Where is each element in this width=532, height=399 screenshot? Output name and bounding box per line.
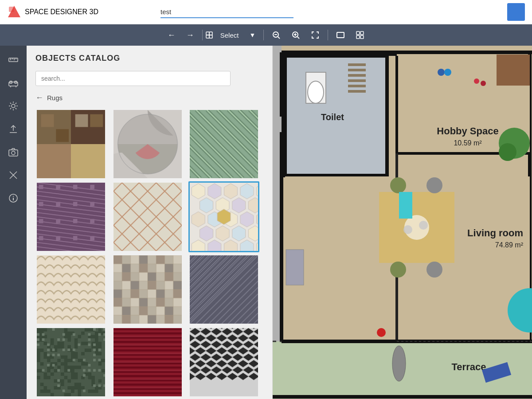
view-single-button[interactable]	[331, 27, 350, 43]
rug-item-6[interactable]	[188, 181, 259, 252]
svg-line-33	[10, 103, 11, 104]
sidebar-item-lighting[interactable]	[4, 96, 23, 116]
svg-rect-4	[206, 35, 209, 38]
svg-rect-15	[360, 31, 364, 35]
rug-item-11[interactable]	[112, 327, 183, 398]
svg-line-36	[10, 108, 11, 109]
svg-point-44	[13, 196, 14, 197]
svg-rect-16	[356, 35, 360, 39]
sidebar-item-tools[interactable]	[4, 165, 23, 185]
camera-icon	[8, 147, 19, 157]
select-label: Select	[220, 31, 239, 39]
select-button[interactable]: Select	[215, 29, 244, 42]
breadcrumb-label: Rugs	[47, 94, 63, 102]
fullscreen-icon	[311, 31, 320, 39]
rug-item-10[interactable]	[35, 327, 106, 398]
svg-rect-14	[356, 31, 360, 35]
header: SPACE DESIGNER 3D	[0, 0, 532, 24]
left-sidebar	[0, 46, 27, 399]
header-right-panel	[507, 3, 525, 21]
toolbar: ← → Select ▼	[0, 24, 532, 46]
header-search-input[interactable]	[160, 6, 293, 18]
main-area: OBJECTS CATALOG ← Rugs	[0, 46, 532, 399]
zoom-in-icon	[291, 31, 300, 39]
catalog-header: OBJECTS CATALOG	[27, 46, 272, 67]
select-cursor-icon	[205, 31, 213, 39]
catalog-breadcrumb: ← Rugs	[27, 90, 272, 107]
rug-item-4[interactable]	[35, 181, 106, 252]
toolbar-separator-1	[202, 30, 203, 40]
catalog-grid	[27, 107, 272, 399]
rug-item-1[interactable]	[35, 109, 106, 180]
zoom-out-button[interactable]	[266, 27, 286, 43]
svg-line-12	[297, 37, 299, 39]
upload-icon	[8, 124, 19, 134]
rug-item-3[interactable]	[188, 109, 259, 180]
select-dropdown-button[interactable]: ▼	[244, 28, 261, 42]
fullscreen-button[interactable]	[305, 27, 325, 43]
header-search-area	[160, 6, 293, 18]
svg-rect-3	[209, 32, 212, 35]
sidebar-item-upload[interactable]	[4, 119, 23, 139]
zoom-out-icon	[272, 31, 281, 39]
sofa-icon	[8, 78, 19, 88]
back-button-catalog[interactable]: ←	[35, 93, 43, 102]
svg-rect-1	[9, 7, 14, 12]
forward-button[interactable]: →	[181, 27, 200, 43]
svg-rect-5	[209, 35, 212, 38]
sun-icon	[8, 101, 19, 111]
svg-line-35	[16, 103, 16, 104]
back-button[interactable]: ←	[162, 27, 181, 43]
svg-rect-38	[9, 150, 18, 156]
sidebar-item-objects[interactable]	[4, 73, 23, 93]
view-single-icon	[336, 31, 345, 39]
toolbar-separator-2	[263, 30, 264, 40]
tools-icon	[8, 170, 19, 180]
svg-rect-17	[360, 35, 364, 39]
svg-rect-23	[9, 82, 18, 86]
catalog-panel: OBJECTS CATALOG ← Rugs	[27, 46, 273, 399]
rug-item-2[interactable]	[112, 109, 183, 180]
rug-item-7[interactable]	[35, 254, 106, 325]
plan-canvas	[273, 46, 532, 399]
floorplan[interactable]	[273, 46, 532, 399]
svg-rect-2	[206, 32, 209, 35]
catalog-search-input[interactable]	[35, 71, 231, 86]
ruler-icon	[8, 55, 19, 65]
rug-item-8[interactable]	[112, 254, 183, 325]
catalog-title: OBJECTS CATALOG	[35, 54, 120, 63]
rug-item-9[interactable]	[188, 254, 259, 325]
view-grid-icon	[356, 31, 364, 39]
rug-item-12[interactable]	[188, 327, 259, 398]
rug-item-5[interactable]	[112, 181, 183, 252]
svg-rect-18	[9, 58, 18, 62]
svg-rect-13	[337, 32, 344, 38]
svg-line-8	[278, 37, 280, 39]
catalog-search-area	[35, 71, 263, 86]
logo: SPACE DESIGNER 3D	[7, 5, 98, 19]
logo-text: SPACE DESIGNER 3D	[25, 8, 98, 16]
toolbar-separator-3	[328, 30, 328, 40]
logo-icon	[7, 5, 21, 19]
view-grid-button[interactable]	[350, 27, 370, 43]
info-icon	[8, 193, 19, 203]
sidebar-item-ruler[interactable]	[4, 50, 23, 70]
svg-point-28	[12, 104, 15, 108]
sidebar-item-info[interactable]	[4, 188, 23, 208]
svg-line-34	[16, 108, 16, 109]
svg-point-39	[12, 151, 15, 155]
zoom-in-button[interactable]	[286, 27, 305, 43]
sidebar-item-camera[interactable]	[4, 142, 23, 162]
